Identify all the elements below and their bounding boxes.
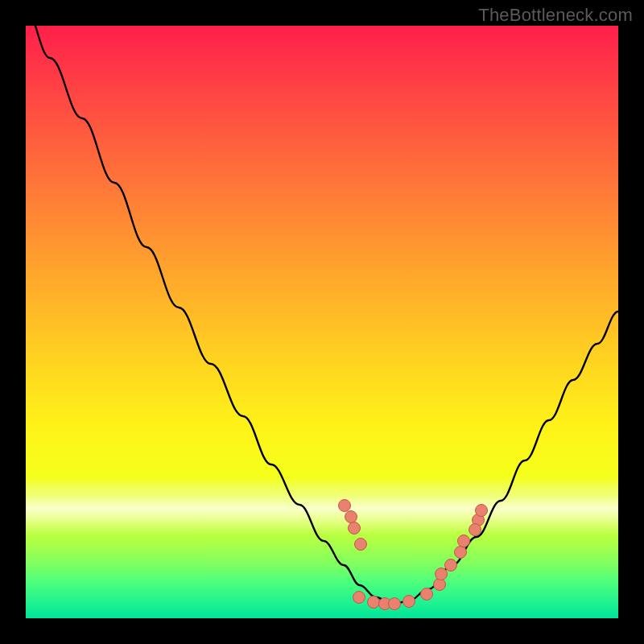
data-dot	[355, 539, 367, 551]
data-dot	[436, 568, 448, 580]
watermark-label: TheBottleneck.com	[478, 5, 633, 26]
data-dot	[339, 500, 351, 512]
data-dots	[339, 500, 488, 610]
data-dot	[403, 596, 415, 608]
data-dot	[349, 522, 361, 535]
data-dot	[353, 592, 365, 604]
data-dot	[445, 559, 457, 572]
data-dot	[421, 588, 433, 601]
data-dot	[389, 598, 401, 610]
plot-area	[26, 26, 618, 618]
data-dot	[473, 514, 485, 526]
data-dot	[476, 505, 488, 517]
curve-overlay	[26, 26, 618, 618]
chart-stage: TheBottleneck.com	[0, 0, 644, 644]
data-dot	[469, 524, 481, 536]
bottleneck-curve	[26, 26, 618, 604]
data-dot	[458, 535, 470, 547]
data-dot	[368, 597, 380, 609]
highlight-band	[26, 477, 618, 535]
data-dot	[455, 547, 467, 559]
data-dot	[434, 579, 446, 591]
data-dot	[345, 511, 357, 523]
data-dot	[379, 598, 391, 610]
